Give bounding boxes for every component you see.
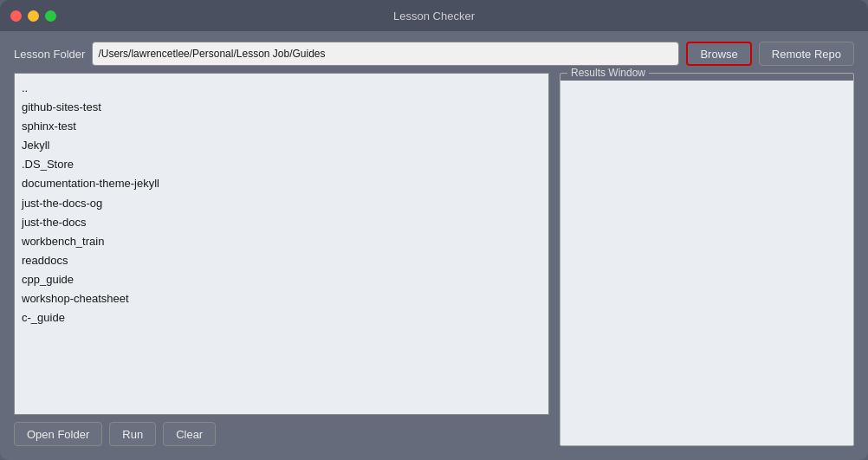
list-item[interactable]: documentation-theme-jekyll — [22, 174, 541, 193]
list-item[interactable]: workshop-cheatsheet — [22, 289, 541, 308]
main-window: Lesson Checker Lesson Folder Browse Remo… — [0, 0, 868, 460]
bottom-buttons: Open Folder Run Clear — [14, 422, 549, 446]
right-panel: Results Window — [560, 73, 854, 446]
traffic-lights — [10, 10, 56, 22]
results-legend: Results Window — [567, 67, 649, 79]
list-item[interactable]: github-sites-test — [22, 98, 541, 117]
run-button[interactable]: Run — [109, 422, 156, 446]
list-item[interactable]: workbench_train — [22, 232, 541, 251]
lesson-folder-label: Lesson Folder — [14, 48, 85, 61]
list-item[interactable]: just-the-docs-og — [22, 194, 541, 213]
left-panel: ..github-sites-testsphinx-testJekyll.DS_… — [14, 73, 549, 446]
clear-button[interactable]: Clear — [163, 422, 216, 446]
list-item[interactable]: readdocs — [22, 251, 541, 270]
close-button[interactable] — [10, 10, 22, 22]
results-group: Results Window — [560, 73, 854, 446]
top-controls: Lesson Folder Browse Remote Repo — [14, 42, 854, 66]
file-list-container[interactable]: ..github-sites-testsphinx-testJekyll.DS_… — [14, 73, 549, 415]
remote-repo-button[interactable]: Remote Repo — [759, 42, 854, 66]
file-list: ..github-sites-testsphinx-testJekyll.DS_… — [15, 74, 548, 333]
maximize-button[interactable] — [45, 10, 56, 22]
list-item[interactable]: just-the-docs — [22, 213, 541, 232]
list-item[interactable]: c-_guide — [22, 308, 541, 327]
minimize-button[interactable] — [28, 10, 39, 22]
main-panels: ..github-sites-testsphinx-testJekyll.DS_… — [14, 73, 854, 446]
title-bar: Lesson Checker — [0, 0, 868, 31]
list-item[interactable]: .. — [22, 79, 541, 98]
window-title: Lesson Checker — [393, 10, 475, 23]
list-item[interactable]: cpp_guide — [22, 270, 541, 289]
open-folder-button[interactable]: Open Folder — [14, 422, 102, 446]
list-item[interactable]: sphinx-test — [22, 117, 541, 136]
list-item[interactable]: .DS_Store — [22, 155, 541, 174]
browse-button[interactable]: Browse — [686, 42, 751, 66]
list-item[interactable]: Jekyll — [22, 136, 541, 155]
results-window[interactable] — [560, 81, 853, 445]
folder-path-input[interactable] — [92, 42, 679, 66]
content-area: Lesson Folder Browse Remote Repo ..githu… — [0, 31, 868, 460]
